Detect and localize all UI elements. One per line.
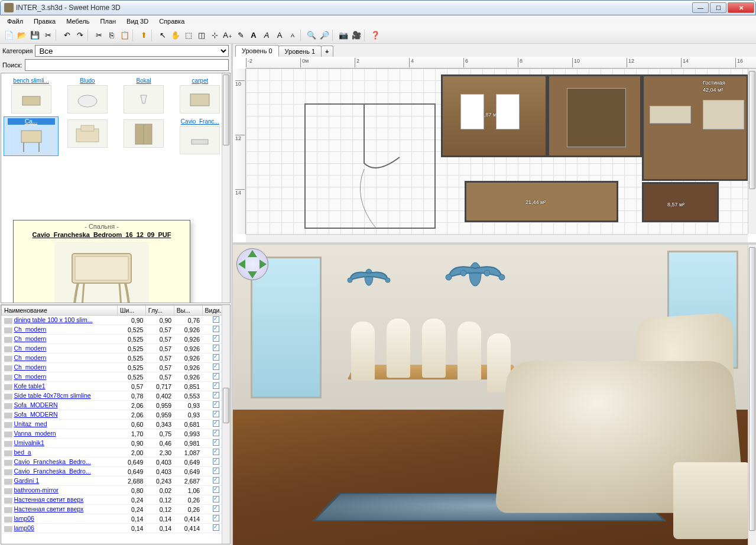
italic-icon[interactable]: A (260, 29, 273, 42)
video-icon[interactable]: 🎥 (350, 29, 363, 42)
table-row[interactable]: Ch_modern0,5250,570,926 (2, 344, 230, 353)
redo-icon[interactable]: ↷ (73, 29, 86, 42)
maximize-button[interactable]: ☐ (710, 2, 726, 13)
menu-help[interactable]: Справка (154, 17, 189, 26)
menu-plan[interactable]: План (96, 17, 121, 26)
plan-canvas[interactable]: 14,87 м² Гостиная42,04 м² 21,44 м² 8,57 … (246, 69, 748, 234)
furniture-thumb[interactable] (67, 119, 108, 148)
create-walls-icon[interactable]: ⬚ (182, 29, 195, 42)
create-dimensions-icon[interactable]: A₊ (221, 29, 234, 42)
nav-up-icon[interactable] (248, 250, 257, 257)
table-row[interactable]: Ch_modern0,5250,570,926 (2, 372, 230, 382)
table-row[interactable]: Настенная светит вверх0,240,120,26 (2, 495, 230, 505)
table-row[interactable]: Umivalnik10,900,460,981 (2, 439, 230, 448)
svg-point-1 (78, 95, 97, 107)
table-row[interactable]: bed_a2,002,301,087 (2, 448, 230, 458)
category-select[interactable]: Все (35, 45, 229, 57)
svg-rect-12 (75, 257, 128, 280)
table-row[interactable]: Ch_modern0,5250,570,926 (2, 325, 230, 335)
furniture-thumb-selected[interactable] (11, 126, 51, 154)
select-icon[interactable]: ↖ (156, 29, 169, 42)
svg-rect-0 (22, 96, 40, 105)
svg-point-13 (469, 262, 481, 286)
undo-icon[interactable]: ↶ (60, 29, 73, 42)
save-icon[interactable]: 💾 (28, 29, 41, 42)
furniture-thumb[interactable] (124, 119, 164, 148)
bold-icon[interactable]: A (247, 29, 260, 42)
add-level-button[interactable]: + (321, 46, 333, 57)
furniture-thumb[interactable] (124, 85, 164, 113)
nav-left-icon[interactable] (238, 259, 245, 269)
copy-icon[interactable]: ⎘ (105, 29, 118, 42)
toolbar: 📄 📂 💾 ✂ ↶ ↷ ✂ ⎘ 📋 ⬆ ↖ ✋ ⬚ ◫ ⊹ A₊ ✎ A A A… (0, 27, 756, 44)
zoom-out-icon[interactable]: 🔎 (318, 29, 331, 42)
furniture-thumb[interactable] (11, 85, 51, 113)
search-label: Поиск: (2, 61, 22, 69)
plan-scrollbar-h[interactable] (246, 234, 748, 242)
chandelier-icon (434, 245, 517, 304)
nav-right-icon[interactable] (259, 259, 267, 269)
table-row[interactable]: Sofa_MODERN2,060,9590,93 (2, 401, 230, 410)
furniture-list[interactable]: Наименование Ши... Глу... Вы... Види... … (1, 304, 231, 544)
cut-icon[interactable]: ✂ (92, 29, 105, 42)
table-row[interactable]: dining table 100 x 100 slim...0,900,900,… (2, 316, 230, 325)
help-icon[interactable]: ❓ (369, 29, 382, 42)
furniture-thumb[interactable] (67, 85, 108, 113)
3d-view[interactable] (233, 245, 756, 545)
table-row[interactable]: Unitaz_med0,600,3430,681 (2, 420, 230, 429)
svg-point-15 (460, 270, 466, 276)
furniture-thumb[interactable] (180, 85, 220, 113)
level-tab-1[interactable]: Уровень 1 (278, 46, 322, 57)
close-button[interactable]: ✕ (728, 2, 754, 13)
menu-edit[interactable]: Правка (29, 17, 60, 26)
table-row[interactable]: Ch_modern0,5250,570,926 (2, 335, 230, 344)
paste-icon[interactable]: 📋 (118, 29, 131, 42)
add-furniture-icon[interactable]: ⬆ (137, 29, 150, 42)
level-tab-0[interactable]: Уровень 0 (235, 45, 279, 57)
photo-icon[interactable]: 📷 (337, 29, 350, 42)
col-name[interactable]: Наименование (2, 306, 118, 316)
table-row[interactable]: lamp060,140,140,414 (2, 524, 230, 533)
catalog-scrollbar[interactable] (222, 73, 230, 303)
list-scrollbar[interactable] (222, 305, 230, 544)
table-row[interactable]: Cavio_Francheska_Bedro...0,6490,4030,649 (2, 458, 230, 467)
preferences-icon[interactable]: ✂ (41, 29, 54, 42)
table-row[interactable]: bathroom-mirror0,800,021,06 (2, 486, 230, 495)
furniture-thumb[interactable] (180, 126, 220, 154)
table-row[interactable]: Vanna_modern1,700,750,993 (2, 429, 230, 439)
menu-furniture[interactable]: Мебель (61, 17, 94, 26)
table-row[interactable]: lamp060,140,140,414 (2, 514, 230, 524)
search-input[interactable] (25, 59, 229, 71)
open-file-icon[interactable]: 📂 (15, 29, 28, 42)
table-row[interactable]: Ch_modern0,5250,570,926 (2, 363, 230, 372)
increase-text-icon[interactable]: A (273, 29, 286, 42)
pan-icon[interactable]: ✋ (169, 29, 182, 42)
col-depth[interactable]: Глу... (145, 306, 174, 316)
decrease-text-icon[interactable]: A (286, 29, 299, 42)
minimize-button[interactable]: — (692, 2, 709, 13)
create-rooms-icon[interactable]: ◫ (195, 29, 208, 42)
table-row[interactable]: Ch_modern0,5250,570,926 (2, 353, 230, 363)
table-row[interactable]: Sofa_MODERN2,060,9590,93 (2, 410, 230, 420)
table-row[interactable]: Gardini 12,6880,2432,687 (2, 476, 230, 486)
new-file-icon[interactable]: 📄 (2, 29, 15, 42)
furniture-catalog[interactable]: bench slimli... Bludo Bokal carpet Ca...… (1, 73, 231, 303)
table-row[interactable]: Kofe table10,570,7170,851 (2, 382, 230, 391)
plan-scrollbar-v[interactable] (748, 69, 756, 234)
create-polyline-icon[interactable]: ⊹ (208, 29, 221, 42)
chandelier-icon (339, 257, 398, 298)
plan-view[interactable]: Уровень 0 Уровень 1 + -20м246810121416 1… (233, 44, 756, 245)
3d-scrollbar[interactable] (748, 245, 756, 545)
nav-down-icon[interactable] (248, 271, 257, 278)
menu-3dview[interactable]: Вид 3D (122, 17, 153, 26)
col-height[interactable]: Вы... (174, 306, 202, 316)
col-width[interactable]: Ши... (117, 306, 145, 316)
3d-nav-compass[interactable] (236, 248, 268, 280)
table-row[interactable]: Side table 40x78cm slimline0,780,4020,55… (2, 391, 230, 401)
create-text-icon[interactable]: ✎ (234, 29, 247, 42)
menu-file[interactable]: Файл (2, 17, 28, 26)
ottoman-3d (673, 462, 750, 539)
table-row[interactable]: Cavio_Francheska_Bedro...0,6490,4030,649 (2, 467, 230, 476)
zoom-in-icon[interactable]: 🔍 (305, 29, 318, 42)
table-row[interactable]: Настенная светит вверх0,240,120,26 (2, 505, 230, 514)
